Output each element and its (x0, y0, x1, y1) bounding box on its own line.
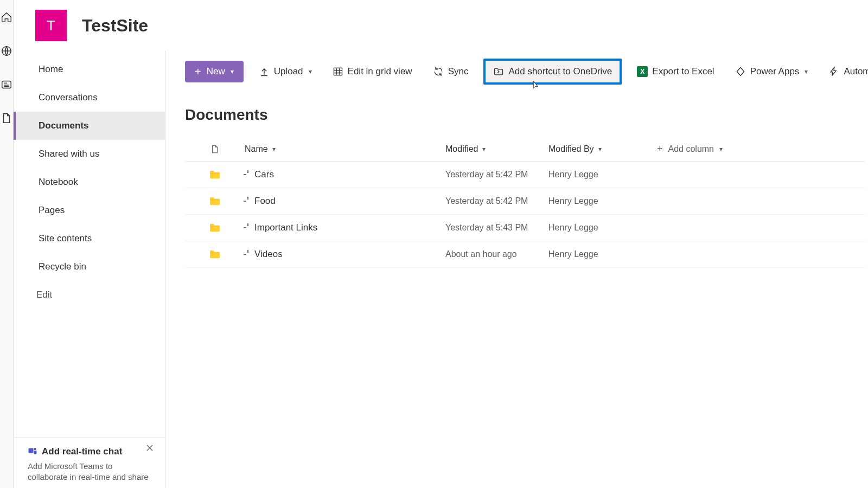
new-button[interactable]: + New ▾ (185, 61, 244, 82)
row-modified-by: Henry Legge (548, 223, 657, 233)
news-icon[interactable] (0, 78, 13, 91)
command-bar: + New ▾ Upload ▾ Edit in grid view (185, 51, 868, 92)
col-modified[interactable]: Modified ▾ (445, 144, 548, 154)
table-row[interactable]: Food Yesterday at 5:42 PM Henry Legge (185, 188, 865, 215)
plus-icon: + (657, 143, 663, 155)
file-icon (210, 144, 220, 155)
close-icon[interactable] (145, 444, 154, 454)
upload-label: Upload (274, 66, 303, 77)
powerapps-icon (735, 66, 746, 77)
plus-icon: + (195, 66, 201, 77)
loading-icon (245, 224, 251, 231)
chevron-down-icon: ▾ (805, 68, 808, 75)
folder-shortcut-icon (493, 66, 504, 77)
nav-edit-link[interactable]: Edit (14, 281, 165, 309)
teams-icon (28, 446, 37, 458)
col-name-label: Name (245, 144, 268, 154)
nav-home[interactable]: Home (14, 55, 165, 84)
add-column-label: Add column (668, 144, 714, 154)
col-modified-by[interactable]: Modified By ▾ (548, 144, 657, 154)
folder-icon (209, 223, 221, 233)
grid-icon (333, 66, 343, 77)
nav-documents[interactable]: Documents (14, 112, 165, 140)
add-shortcut-onedrive-button[interactable]: Add shortcut to OneDrive (483, 59, 622, 85)
page-title: Documents (185, 106, 868, 124)
row-name: Important Links (254, 222, 317, 233)
row-modified-by: Henry Legge (548, 170, 657, 179)
table-row[interactable]: Cars Yesterday at 5:42 PM Henry Legge (185, 162, 865, 188)
row-modified-by: Henry Legge (548, 249, 657, 259)
chevron-down-icon: ▾ (482, 145, 486, 153)
loading-icon (245, 251, 251, 258)
excel-icon: X (637, 66, 648, 77)
new-button-label: New (207, 66, 225, 77)
add-column-button[interactable]: + Add column ▾ (657, 143, 865, 155)
export-excel-label: Export to Excel (652, 66, 714, 77)
site-header: T TestSite (14, 0, 868, 51)
site-logo[interactable]: T (35, 10, 67, 41)
sync-label: Sync (448, 66, 469, 77)
upload-icon (259, 66, 270, 77)
promo-title: Add real-time chat (42, 446, 122, 457)
folder-icon (209, 196, 221, 206)
svg-rect-1 (2, 81, 11, 88)
left-nav: Home Conversations Documents Shared with… (14, 51, 165, 488)
nav-recycle-bin[interactable]: Recycle bin (14, 253, 165, 281)
promo-desc: Add Microsoft Teams to collaborate in re… (28, 461, 151, 483)
nav-site-contents[interactable]: Site contents (14, 224, 165, 253)
col-modified-by-label: Modified By (548, 144, 594, 154)
col-modified-label: Modified (445, 144, 478, 154)
upload-button[interactable]: Upload ▾ (253, 62, 317, 81)
export-excel-button[interactable]: X Export to Excel (631, 62, 719, 81)
app-rail (0, 0, 14, 488)
table-row[interactable]: Videos About an hour ago Henry Legge (185, 241, 865, 268)
row-modified: About an hour ago (445, 249, 548, 259)
table-header: Name ▾ Modified ▾ Modified By ▾ + (185, 137, 865, 162)
svg-rect-2 (29, 448, 34, 453)
chevron-down-icon: ▾ (309, 68, 312, 75)
documents-table: Name ▾ Modified ▾ Modified By ▾ + (185, 137, 865, 268)
globe-icon[interactable] (0, 44, 13, 57)
sync-icon (433, 66, 444, 77)
power-apps-button[interactable]: Power Apps ▾ (730, 62, 814, 81)
automate-label: Automate (844, 66, 868, 77)
nav-notebook[interactable]: Notebook (14, 168, 165, 196)
row-name: Videos (254, 249, 283, 260)
nav-shared[interactable]: Shared with us (14, 140, 165, 168)
col-type-icon[interactable] (185, 144, 245, 155)
cursor-icon (531, 80, 542, 94)
nav-pages[interactable]: Pages (14, 196, 165, 224)
site-title[interactable]: TestSite (82, 16, 148, 36)
table-row[interactable]: Important Links Yesterday at 5:43 PM Hen… (185, 215, 865, 241)
col-name[interactable]: Name ▾ (245, 144, 445, 154)
power-apps-label: Power Apps (750, 66, 800, 77)
chevron-down-icon: ▾ (598, 145, 602, 153)
loading-icon (245, 171, 251, 178)
sync-button[interactable]: Sync (427, 62, 474, 81)
row-modified: Yesterday at 5:42 PM (445, 196, 548, 206)
folder-icon (209, 170, 221, 179)
svg-rect-4 (334, 68, 342, 75)
chevron-down-icon: ▾ (231, 68, 234, 75)
loading-icon (245, 198, 251, 204)
automate-icon (828, 66, 839, 77)
teams-promo: Add real-time chat Add Microsoft Teams t… (14, 438, 165, 489)
edit-grid-label: Edit in grid view (348, 66, 412, 77)
row-modified: Yesterday at 5:42 PM (445, 170, 548, 179)
automate-button[interactable]: Automate ▾ (823, 62, 868, 81)
add-shortcut-label: Add shortcut to OneDrive (508, 66, 612, 77)
row-name: Cars (254, 169, 274, 180)
row-name: Food (254, 196, 276, 207)
folder-icon (209, 249, 221, 259)
row-modified: Yesterday at 5:43 PM (445, 223, 548, 233)
chevron-down-icon: ▾ (272, 145, 276, 153)
document-icon[interactable] (0, 112, 13, 125)
nav-conversations[interactable]: Conversations (14, 84, 165, 112)
row-modified-by: Henry Legge (548, 196, 657, 206)
home-icon[interactable] (0, 11, 13, 24)
edit-grid-button[interactable]: Edit in grid view (327, 62, 418, 81)
svg-point-3 (34, 447, 36, 450)
chevron-down-icon: ▾ (719, 145, 723, 153)
